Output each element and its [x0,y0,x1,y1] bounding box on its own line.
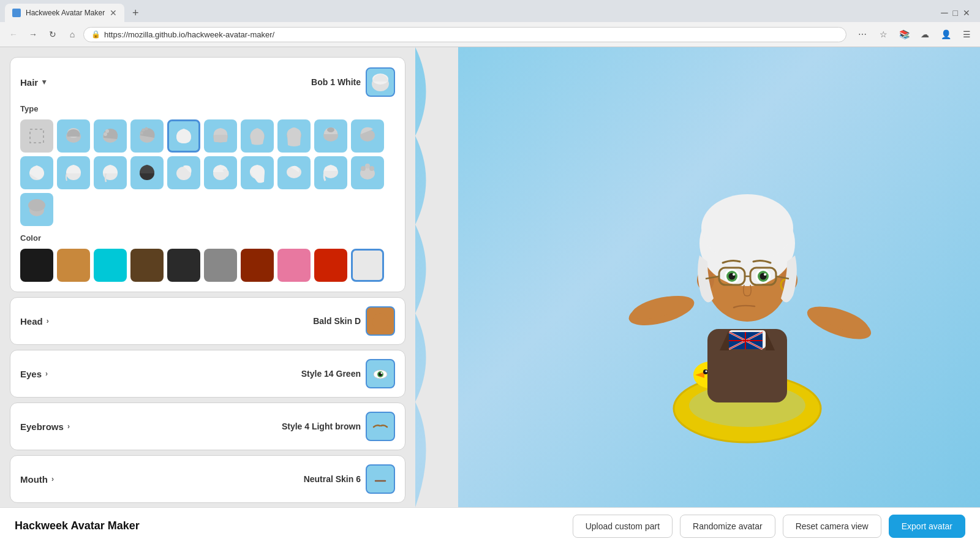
tab-close-button[interactable]: ✕ [110,8,117,18]
eyebrows-chevron-icon: › [67,422,70,431]
hair-type-2[interactable] [94,119,127,153]
color-brown[interactable] [57,249,90,282]
hair-type-1[interactable] [57,119,90,153]
main-layout: Hair ▼ Bob 1 White Type [0,47,980,507]
menu-button[interactable]: ☰ [958,26,975,43]
eyebrows-label: Eyebrows [20,421,64,432]
svg-point-6 [104,132,107,136]
back-button[interactable]: ← [5,26,22,43]
hair-title-right: Bob 1 White [311,67,395,97]
profile-button[interactable]: 👤 [937,26,954,43]
eyebrows-section-right: Style 4 Light brown [282,412,395,441]
home-button[interactable]: ⌂ [64,26,81,43]
hair-type-afro[interactable] [20,193,53,226]
color-dark-brown[interactable] [130,249,164,282]
head-label: Head [20,316,43,327]
minimize-button[interactable]: ─ [941,7,948,18]
mouth-chevron-icon: › [51,475,54,483]
color-red[interactable] [314,249,347,282]
browser-chrome: Hackweek Avatar Maker ✕ + ─ □ ✕ ← → ↻ ⌂ … [0,0,980,47]
hair-type-12[interactable] [94,156,127,189]
svg-rect-2 [30,129,43,143]
sync-button[interactable]: ☁ [916,26,933,43]
hair-color-grid [20,249,395,282]
hair-type-19[interactable] [351,156,384,189]
hair-type-9[interactable] [351,119,384,153]
svg-point-34 [28,199,45,211]
nav-right-buttons: ⋯ ☆ 📚 ☁ 👤 ☰ [854,26,975,43]
head-preview [366,306,395,336]
tab-favicon [12,9,21,17]
url-text: https://mozilla.github.io/hackweek-avata… [104,30,839,39]
viewport-3d [415,47,980,507]
hair-section-header: Hair ▼ Bob 1 White [20,67,395,97]
eyes-section-left: Eyes › [20,369,48,379]
bookmark-button[interactable]: ☆ [875,26,892,43]
color-black[interactable] [20,249,53,282]
hair-type-11[interactable] [57,156,90,189]
eyebrows-value: Style 4 Light brown [282,421,361,431]
hair-type-14[interactable] [167,156,200,189]
active-tab[interactable]: Hackweek Avatar Maker ✕ [5,4,124,22]
svg-point-39 [381,372,383,374]
address-bar[interactable]: 🔒 https://mozilla.github.io/hackweek-ava… [83,27,846,42]
head-section-left: Head › [20,316,49,327]
eyebrows-section[interactable]: Eyebrows › Style 4 Light brown [10,402,405,450]
reload-button[interactable]: ↻ [44,26,61,43]
color-dark-black[interactable] [167,249,200,282]
tab-bar: Hackweek Avatar Maker ✕ + ─ □ ✕ [0,0,980,22]
mouth-section[interactable]: Mouth › Neutral Skin 6 [10,455,405,503]
hair-type-18[interactable] [314,156,347,189]
eyes-chevron-icon: › [45,369,48,378]
hair-type-8[interactable] [314,119,347,153]
svg-point-75 [733,273,735,276]
hair-type-17[interactable] [277,156,311,189]
hair-type-5[interactable] [204,119,237,153]
head-value: Bald Skin D [313,316,361,326]
hair-type-bob1[interactable] [167,119,200,153]
svg-point-66 [701,194,793,262]
hair-preview-thumb [366,67,395,97]
eyes-section-right: Style 14 Green [301,359,395,388]
hair-section: Hair ▼ Bob 1 White Type [10,57,405,292]
nav-bar: ← → ↻ ⌂ 🔒 https://mozilla.github.io/hack… [0,22,980,47]
hair-type-3[interactable] [130,119,164,153]
reset-camera-view-button[interactable]: Reset camera view [783,515,881,538]
eyes-section[interactable]: Eyes › Style 14 Green [10,350,405,398]
eyebrows-section-left: Eyebrows › [20,421,70,432]
hair-type-black-bob[interactable] [130,156,164,189]
library-button[interactable]: 📚 [895,26,913,43]
upload-custom-part-button[interactable]: Upload custom part [573,515,673,538]
color-label: Color [20,233,395,243]
color-white[interactable] [351,249,384,282]
color-pink[interactable] [277,249,311,282]
randomize-avatar-button[interactable]: Randomize avatar [680,515,775,538]
new-tab-button[interactable]: + [127,4,144,21]
svg-point-18 [327,127,334,132]
eyes-preview [366,359,395,388]
bottom-bar: Hackweek Avatar Maker Upload custom part… [0,507,980,544]
hair-type-6[interactable] [241,119,274,153]
color-auburn[interactable] [241,249,274,282]
head-section-right: Bald Skin D [313,306,395,336]
svg-point-10 [142,129,145,132]
extensions-button[interactable]: ⋯ [854,26,871,43]
color-gray[interactable] [204,249,237,282]
hair-type-grid [20,119,395,226]
eyebrows-preview [366,412,395,441]
close-window-button[interactable]: ✕ [963,8,970,18]
hair-type-7[interactable] [277,119,311,153]
color-cyan[interactable] [94,249,127,282]
hair-type-none[interactable] [20,119,53,153]
maximize-button[interactable]: □ [953,8,958,18]
mouth-preview [366,464,395,494]
left-panel: Hair ▼ Bob 1 White Type [0,47,415,507]
hair-type-10[interactable] [20,156,53,189]
hair-title-left[interactable]: Hair ▼ [20,77,48,88]
hair-type-15[interactable] [204,156,237,189]
head-section[interactable]: Head › Bald Skin D [10,297,405,345]
mouth-label: Mouth [20,474,48,485]
forward-button[interactable]: → [24,26,42,43]
hair-type-16[interactable] [241,156,274,189]
export-avatar-button[interactable]: Export avatar [889,515,965,538]
